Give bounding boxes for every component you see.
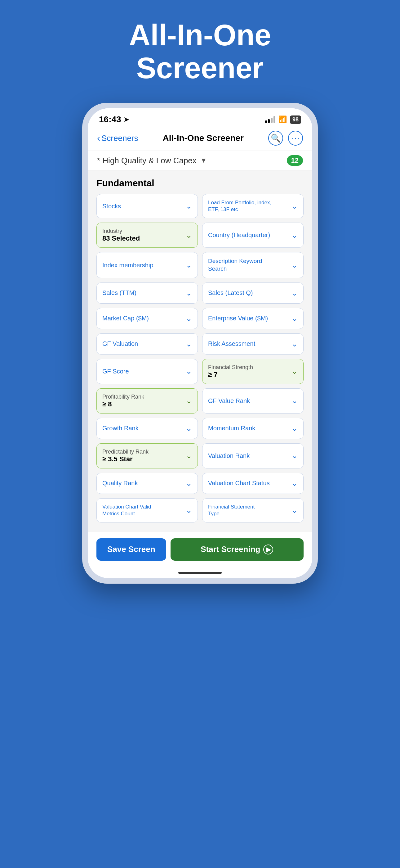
filter-predictability-rank-chevron-icon: ⌄ xyxy=(186,452,192,460)
filter-profitability-rank-chevron-icon: ⌄ xyxy=(186,397,192,405)
home-bar xyxy=(178,572,222,574)
filter-growth-rank[interactable]: Growth Rank ⌄ xyxy=(96,418,198,439)
filter-quality-rank-chevron-icon: ⌄ xyxy=(186,479,192,488)
filter-valuation-chart-status-chevron-icon: ⌄ xyxy=(292,479,298,488)
filter-valuation-rank-label: Valuation Rank xyxy=(208,452,249,460)
home-indicator xyxy=(88,572,312,578)
filter-index-membership[interactable]: Index membership ⌄ xyxy=(96,252,198,278)
filter-valuation-chart-valid-chevron-icon: ⌄ xyxy=(186,506,192,515)
filter-momentum-rank[interactable]: Momentum Rank ⌄ xyxy=(202,418,304,439)
filter-growth-rank-label: Growth Rank xyxy=(102,425,139,432)
filters-grid: Stocks ⌄ Load From Portfolio, index,ETF,… xyxy=(96,194,304,523)
filter-load-portfolio-label: Load From Portfolio, index,ETF, 13F etc xyxy=(208,199,271,213)
filter-industry-chevron-icon: ⌄ xyxy=(186,231,192,240)
filter-description-keyword[interactable]: Description KeywordSearch ⌄ xyxy=(202,252,304,278)
filter-market-cap[interactable]: Market Cap ($M) ⌄ xyxy=(96,308,198,329)
filter-sales-latest-q-chevron-icon: ⌄ xyxy=(292,289,298,298)
filter-industry-value: 83 Selected xyxy=(102,235,140,243)
filter-description-chevron-icon: ⌄ xyxy=(292,261,298,270)
status-bar: 16:43 ➤ 📶 98 xyxy=(88,108,312,128)
filter-industry-label: Industry xyxy=(102,228,140,235)
wifi-icon: 📶 xyxy=(278,116,287,124)
filter-risk-assessment-label: Risk Assessment xyxy=(208,340,255,347)
filter-enterprise-value-label: Enterprise Value ($M) xyxy=(208,315,268,322)
filter-valuation-chart-status-label: Valuation Chart Status xyxy=(208,479,270,487)
nav-title: All-In-One Screener xyxy=(138,133,269,143)
filter-gf-score-chevron-icon: ⌄ xyxy=(186,367,192,376)
action-bar: Save Screen Start Screening ▶ xyxy=(88,532,312,572)
save-screen-button[interactable]: Save Screen xyxy=(96,538,166,561)
filter-valuation-rank-chevron-icon: ⌄ xyxy=(292,452,298,460)
filter-profitability-rank-label: Profitability Rank xyxy=(102,394,144,400)
filter-index-membership-label: Index membership xyxy=(102,262,154,269)
signal-icon xyxy=(265,116,275,123)
search-icon: 🔍 xyxy=(271,133,280,143)
filter-growth-rank-chevron-icon: ⌄ xyxy=(186,424,192,433)
nav-actions: 🔍 ⋯ xyxy=(268,131,303,146)
filter-sales-ttm-label: Sales (TTM) xyxy=(102,289,136,297)
filter-momentum-rank-chevron-icon: ⌄ xyxy=(292,424,298,433)
status-icons: 📶 98 xyxy=(265,116,301,124)
filter-profitability-rank-value: ≥ 8 xyxy=(102,400,144,408)
filter-financial-strength-label: Financial Strength xyxy=(208,364,253,371)
filter-financial-strength-chevron-icon: ⌄ xyxy=(292,367,298,376)
status-time: 16:43 ➤ xyxy=(99,115,129,124)
filter-financial-statement-type-chevron-icon: ⌄ xyxy=(292,506,298,515)
filter-valuation-chart-valid[interactable]: Valuation Chart ValidMetrics Count ⌄ xyxy=(96,498,198,523)
filter-sales-ttm[interactable]: Sales (TTM) ⌄ xyxy=(96,282,198,304)
filter-gf-value-rank[interactable]: GF Value Rank ⌄ xyxy=(202,389,304,413)
phone-frame: 16:43 ➤ 📶 98 ‹ Screeners All-In-One Scre… xyxy=(82,103,318,584)
filter-quality-rank[interactable]: Quality Rank ⌄ xyxy=(96,473,198,494)
filter-industry[interactable]: Industry 83 Selected ⌄ xyxy=(96,223,198,248)
start-screening-label: Start Screening xyxy=(201,545,260,554)
results-badge: 12 xyxy=(287,155,303,166)
filter-load-portfolio[interactable]: Load From Portfolio, index,ETF, 13F etc … xyxy=(202,194,304,218)
filter-financial-statement-type[interactable]: Financial StatementType ⌄ xyxy=(202,498,304,523)
filter-risk-assessment[interactable]: Risk Assessment ⌄ xyxy=(202,333,304,354)
filter-market-cap-label: Market Cap ($M) xyxy=(102,315,149,322)
nav-bar: ‹ Screeners All-In-One Screener 🔍 ⋯ xyxy=(88,128,312,151)
screen-name-label: * High Quality & Low Capex xyxy=(97,156,197,165)
filter-predictability-rank-label: Predictability Rank xyxy=(102,448,148,455)
filter-momentum-rank-label: Momentum Rank xyxy=(208,425,255,432)
section-title: Fundamental xyxy=(96,178,304,188)
filter-gf-score-label: GF Score xyxy=(102,368,129,375)
hero-title: All-In-One Screener xyxy=(116,19,284,84)
filter-risk-assessment-chevron-icon: ⌄ xyxy=(292,340,298,348)
filter-stocks[interactable]: Stocks ⌄ xyxy=(96,194,198,218)
filter-index-chevron-icon: ⌄ xyxy=(186,261,192,270)
filter-sales-latest-q[interactable]: Sales (Latest Q) ⌄ xyxy=(202,282,304,304)
filter-country[interactable]: Country (Headquarter) ⌄ xyxy=(202,223,304,248)
more-icon: ⋯ xyxy=(292,133,300,143)
filter-financial-strength[interactable]: Financial Strength ≥ 7 ⌄ xyxy=(202,359,304,384)
filter-gf-value-rank-chevron-icon: ⌄ xyxy=(292,397,298,405)
filter-financial-statement-type-label: Financial StatementType xyxy=(208,503,255,517)
filter-valuation-rank[interactable]: Valuation Rank ⌄ xyxy=(202,443,304,468)
screen-header: * High Quality & Low Capex ▼ 12 xyxy=(88,151,312,170)
filter-sales-latest-q-label: Sales (Latest Q) xyxy=(208,289,253,297)
filter-predictability-rank-value: ≥ 3.5 Star xyxy=(102,455,148,463)
back-chevron-icon: ‹ xyxy=(97,133,100,143)
filter-gf-score[interactable]: GF Score ⌄ xyxy=(96,359,198,384)
screen-name-chevron-icon: ▼ xyxy=(200,156,207,164)
search-button[interactable]: 🔍 xyxy=(268,131,283,146)
more-button[interactable]: ⋯ xyxy=(288,131,303,146)
filter-valuation-chart-status[interactable]: Valuation Chart Status ⌄ xyxy=(202,473,304,494)
filter-enterprise-value[interactable]: Enterprise Value ($M) ⌄ xyxy=(202,308,304,329)
filter-stocks-chevron-icon: ⌄ xyxy=(186,202,192,211)
filter-sales-ttm-chevron-icon: ⌄ xyxy=(186,289,192,298)
start-screening-icon: ▶ xyxy=(263,545,273,554)
start-screening-button[interactable]: Start Screening ▶ xyxy=(171,538,304,561)
content-area: Fundamental Stocks ⌄ Load From Portfolio… xyxy=(88,170,312,532)
filter-country-chevron-icon: ⌄ xyxy=(292,231,298,240)
filter-gf-valuation-chevron-icon: ⌄ xyxy=(186,340,192,348)
filter-profitability-rank[interactable]: Profitability Rank ≥ 8 ⌄ xyxy=(96,389,198,413)
filter-gf-valuation[interactable]: GF Valuation ⌄ xyxy=(96,333,198,354)
back-button[interactable]: ‹ Screeners xyxy=(97,133,138,143)
filter-market-cap-chevron-icon: ⌄ xyxy=(186,314,192,323)
filter-financial-strength-value: ≥ 7 xyxy=(208,371,253,379)
filter-gf-value-rank-label: GF Value Rank xyxy=(208,397,250,404)
filter-load-portfolio-chevron-icon: ⌄ xyxy=(292,202,298,211)
filter-country-label: Country (Headquarter) xyxy=(208,231,270,239)
filter-predictability-rank[interactable]: Predictability Rank ≥ 3.5 Star ⌄ xyxy=(96,443,198,468)
